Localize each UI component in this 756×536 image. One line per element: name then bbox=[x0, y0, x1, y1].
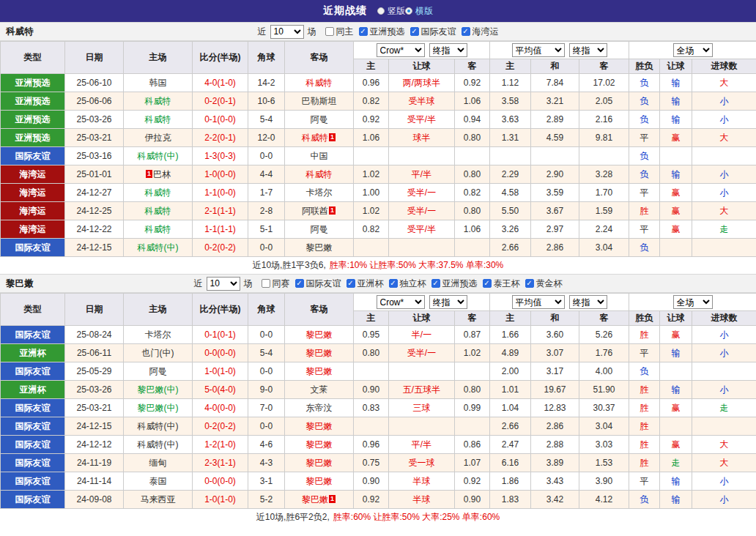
checkbox-unchecked-icon[interactable] bbox=[325, 27, 334, 36]
avg-away bbox=[579, 147, 629, 165]
filter-checkbox[interactable]: ✓国际友谊 bbox=[295, 278, 341, 290]
checkbox-checked-icon[interactable]: ✓ bbox=[431, 279, 440, 288]
away-team: 阿联酋1 bbox=[285, 202, 354, 220]
checkbox-checked-icon[interactable]: ✓ bbox=[483, 279, 492, 288]
checkbox-unchecked-icon[interactable] bbox=[262, 279, 270, 288]
checkbox-checked-icon[interactable]: ✓ bbox=[295, 279, 304, 288]
scope-select[interactable]: 全场 bbox=[673, 295, 713, 309]
avg-home: 2.00 bbox=[490, 362, 531, 381]
away-team: 中国 bbox=[285, 147, 354, 165]
avg-away: 3.03 bbox=[579, 436, 629, 454]
team-name-text: 黎巴嫩 bbox=[306, 242, 333, 253]
away-team: 黎巴嫩 bbox=[285, 344, 354, 362]
result-wdl: 平 bbox=[629, 220, 660, 239]
avg-home: 2.66 bbox=[490, 417, 531, 436]
odds-stage-select[interactable]: 终指 bbox=[429, 295, 467, 309]
filter-checkbox[interactable]: 同主 bbox=[325, 26, 354, 38]
handicap: 受半球 bbox=[389, 92, 455, 111]
result-handicap bbox=[660, 417, 692, 436]
scope-select[interactable]: 全场 bbox=[673, 43, 713, 57]
avg-home: 2.66 bbox=[490, 239, 531, 257]
score: 1-3(0-3) bbox=[193, 147, 248, 165]
summary-row: 近10场,胜6平2负2, 胜率:60% 让胜率:50% 大率:25% 单率:60… bbox=[0, 509, 756, 526]
handicap: 半球 bbox=[389, 491, 455, 509]
team-name-text: 韩国 bbox=[149, 78, 167, 88]
avg-stage-select[interactable]: 终指 bbox=[569, 43, 607, 57]
checkbox-checked-icon[interactable]: ✓ bbox=[525, 279, 534, 288]
match-row: 亚洲杯25-06-11也门(中)0-0(0-0)5-4黎巴嫩0.80受半/一1.… bbox=[1, 344, 756, 362]
odds-away: 0.92 bbox=[455, 472, 490, 491]
score: 0-2(0-2) bbox=[193, 417, 248, 436]
odds-away: 0.82 bbox=[455, 184, 490, 202]
odds-home: 0.96 bbox=[354, 74, 389, 92]
matches-table: 类型日期主场比分(半场)角球客场Crow*终指平均值终指全场主让球客主和客胜负让… bbox=[0, 293, 756, 509]
checkbox-checked-icon[interactable]: ✓ bbox=[410, 27, 419, 36]
score: 2-1(1-1) bbox=[193, 202, 248, 220]
team-name-text: 黎巴嫩 bbox=[306, 458, 333, 468]
filter-checkbox[interactable]: ✓亚洲预选 bbox=[431, 278, 478, 290]
filter-checkbox[interactable]: ✓亚洲杯 bbox=[346, 278, 384, 290]
filter-checkbox[interactable]: ✓国际友谊 bbox=[410, 26, 456, 38]
filter-checkbox[interactable]: ✓独立杯 bbox=[389, 278, 426, 290]
score: 0-0(0-0) bbox=[193, 344, 248, 362]
filter-checkbox[interactable]: ✓泰王杯 bbox=[483, 278, 520, 290]
result-goals: 大 bbox=[692, 454, 756, 472]
filter-checkbox-label: 泰王杯 bbox=[494, 278, 520, 290]
filter-checkbox[interactable]: ✓海湾运 bbox=[462, 26, 499, 38]
result-wdl: 胜 bbox=[629, 399, 660, 417]
corners: 0-0 bbox=[248, 417, 285, 436]
col-header: 类型 bbox=[1, 294, 65, 326]
away-team: 阿曼 bbox=[285, 111, 354, 129]
corners: 3-1 bbox=[248, 472, 285, 491]
match-count-select[interactable]: 10 bbox=[207, 277, 240, 291]
col-subheader: 让球 bbox=[389, 311, 455, 326]
result-wdl: 负 bbox=[629, 491, 660, 509]
home-team: 黎巴嫩(中) bbox=[124, 381, 193, 399]
result-goals: 大 bbox=[692, 129, 756, 147]
competition-type: 亚洲杯 bbox=[1, 381, 65, 399]
result-goals: 小 bbox=[692, 92, 756, 111]
result-handicap: 赢 bbox=[660, 399, 692, 417]
match-row: 海湾运24-12-27科威特1-1(0-0)1-7卡塔尔1.00受半/一0.82… bbox=[1, 184, 756, 202]
radio-icon[interactable] bbox=[377, 7, 385, 15]
avg-select[interactable]: 平均值 bbox=[512, 43, 565, 57]
match-date: 25-08-24 bbox=[65, 326, 124, 344]
corners: 5-1 bbox=[248, 220, 285, 239]
odds-home bbox=[354, 239, 389, 257]
result-wdl: 负 bbox=[629, 74, 660, 92]
checkbox-checked-icon[interactable]: ✓ bbox=[359, 27, 368, 36]
avg-select[interactable]: 平均值 bbox=[512, 295, 565, 309]
odds-stage-select[interactable]: 终指 bbox=[429, 43, 467, 57]
competition-type: 国际友谊 bbox=[1, 362, 65, 381]
match-date: 24-09-08 bbox=[65, 491, 124, 509]
bookmaker-select[interactable]: Crow* bbox=[377, 43, 425, 57]
match-count-select[interactable]: 10 bbox=[270, 25, 304, 39]
handicap: 五/五球半 bbox=[389, 381, 455, 399]
corners: 12-0 bbox=[248, 129, 285, 147]
checkbox-checked-icon[interactable]: ✓ bbox=[462, 27, 470, 36]
team-name-text: 阿曼 bbox=[311, 224, 328, 234]
red-card-badge: 1 bbox=[329, 206, 336, 215]
col-header: 主场 bbox=[124, 42, 193, 74]
filter-checkbox[interactable]: ✓黄金杯 bbox=[525, 278, 563, 290]
layout-radio[interactable]: 横版 bbox=[405, 5, 433, 18]
col-subheader: 让球 bbox=[660, 59, 692, 74]
avg-draw: 3.89 bbox=[531, 454, 579, 472]
filter-checkbox[interactable]: ✓亚洲预选 bbox=[359, 26, 405, 38]
radio-icon[interactable] bbox=[405, 7, 412, 15]
match-row: 国际友谊25-03-21黎巴嫩(中)4-0(0-0)7-0东帝汶0.83三球0.… bbox=[1, 399, 756, 417]
near-label: 近 bbox=[194, 278, 203, 290]
result-handicap: 输 bbox=[660, 344, 692, 362]
avg-away: 17.02 bbox=[579, 74, 629, 92]
bookmaker-select[interactable]: Crow* bbox=[377, 295, 425, 309]
filter-checkbox[interactable]: 同赛 bbox=[262, 278, 290, 290]
team-name: 黎巴嫩 bbox=[6, 278, 34, 290]
result-handicap bbox=[660, 147, 692, 165]
checkbox-checked-icon[interactable]: ✓ bbox=[346, 279, 355, 288]
away-team: 科威特1 bbox=[285, 129, 354, 147]
avg-stage-select[interactable]: 终指 bbox=[569, 295, 607, 309]
checkbox-checked-icon[interactable]: ✓ bbox=[389, 279, 398, 288]
team-name-text: 科威特 bbox=[145, 187, 171, 198]
layout-radio[interactable]: 竖版 bbox=[377, 5, 405, 18]
home-team: 也门(中) bbox=[124, 344, 193, 362]
